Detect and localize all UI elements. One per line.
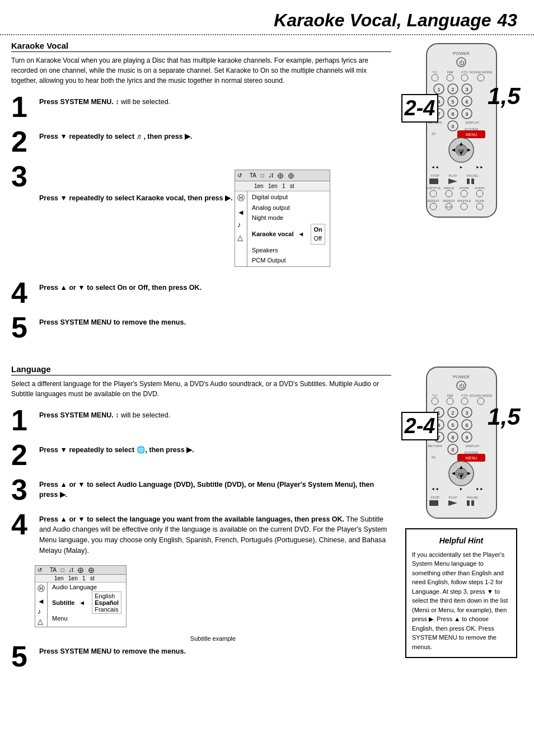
- lang-step-2: 2 Press ▼ repeatedly to select 🌐, then p…: [11, 440, 391, 469]
- language-title: Language: [11, 364, 391, 375]
- step-num-2: 2: [11, 127, 35, 156]
- svg-text:2: 2: [451, 87, 454, 92]
- svg-text:◄: ◄: [451, 470, 456, 476]
- hint-title: Helpful Hint: [412, 535, 510, 547]
- karaoke-steps: 1 Press SYSTEM MENU. ↕ will be selected.…: [11, 92, 391, 342]
- svg-text:◄: ◄: [451, 147, 456, 153]
- page-title: Karaoke Vocal, Language: [274, 10, 491, 30]
- subtitle-caption: Subtitle example: [35, 635, 391, 642]
- svg-text:FTS: FTS: [461, 394, 467, 397]
- svg-text:DISPLAY: DISPLAY: [465, 444, 479, 448]
- karaoke-step-5: 5 Press SYSTEM MENU to remove the menus.: [11, 313, 391, 342]
- svg-rect-54: [471, 179, 474, 184]
- karaoke-step-4: 4 Press ▲ or ▼ to select On or Off, then…: [11, 278, 391, 307]
- svg-text:SUBTITLE: SUBTITLE: [425, 186, 441, 190]
- lang-step-content-3: Press ▲ or ▼ to select Audio Language (D…: [39, 475, 391, 501]
- karaoke-step-2: 2 Press ▼ repeatedly to select ♬ , then …: [11, 127, 391, 156]
- svg-text:ZOOM: ZOOM: [459, 186, 469, 190]
- helpful-hint-box: Helpful Hint If you accidentally set the…: [405, 528, 517, 659]
- svg-text:◄◄: ◄◄: [431, 165, 439, 169]
- svg-rect-126: [471, 500, 474, 506]
- menu-items: Digital output Analog output Night mode …: [247, 191, 330, 266]
- karaoke-menu-table: ↺ TA □ ♩t ⨁ ⨁ 1en 1en 1 st Ⓗ: [235, 170, 330, 267]
- svg-text:PAUSE: PAUSE: [467, 496, 478, 499]
- lang-step-content-1: Press SYSTEM MENU. ↕ will be selected.: [39, 406, 170, 421]
- svg-text:◄◄: ◄◄: [431, 487, 439, 491]
- remote-wrap-1: POWER ⏻ T-C DIM FTS SOUND MODE 1 2 3: [418, 41, 505, 222]
- karaoke-title: Karaoke Vocal: [11, 41, 391, 52]
- karaoke-section: Karaoke Vocal Turn on Karaoke Vocal when…: [0, 41, 534, 348]
- karaoke-step-1: 1 Press SYSTEM MENU. ↕ will be selected.: [11, 92, 391, 121]
- page-header: Karaoke Vocal, Language 43: [0, 0, 534, 35]
- svg-text:STOP: STOP: [430, 174, 439, 177]
- svg-text:3: 3: [465, 410, 468, 416]
- lang-step-num-1: 1: [11, 406, 35, 435]
- menu-body: Ⓗ ◄ ♪ △ Digital output Analog output Nig…: [235, 191, 330, 266]
- lang-menu-wrap: ↺ TA □ ♩t ⨁ ⨁ 1en 1en 1 st Ⓗ ◄ ♪: [35, 562, 391, 642]
- svg-text:5: 5: [451, 99, 454, 105]
- remote-wrap-2: POWER ⏻ T-C DIM FTS SOUND MODE 1 2 3 4: [418, 364, 505, 523]
- lang-step-content-2: Press ▼ repeatedly to select 🌐, then pre…: [39, 440, 194, 456]
- step-content-3: Press ▼ repeatedly to select Karaoke voc…: [39, 162, 330, 273]
- step-num-5: 5: [11, 313, 35, 342]
- menu-header: ↺ TA □ ♩t ⨁ ⨁: [235, 170, 330, 181]
- karaoke-step-3: 3 Press ▼ repeatedly to select Karaoke v…: [11, 162, 391, 273]
- badge-1-5-bottom: 1,5: [488, 403, 520, 430]
- svg-text:▲: ▲: [458, 464, 464, 470]
- language-section: Language Select a different language for…: [0, 364, 534, 677]
- svg-text:DIM: DIM: [447, 71, 453, 74]
- svg-text:MENU: MENU: [465, 456, 477, 460]
- lang-step-5: 5 Press SYSTEM MENU to remove the menus.: [11, 642, 391, 671]
- svg-text:6: 6: [465, 422, 468, 428]
- karaoke-right: POWER ⏻ T-C DIM FTS SOUND MODE 1 2 3: [400, 41, 523, 348]
- lang-menu-header: ↺ TA □ ♩t ⨁ ⨁: [35, 566, 126, 575]
- svg-text:RETURN: RETURN: [428, 444, 442, 448]
- svg-text:OK: OK: [458, 148, 465, 153]
- step-content-5: Press SYSTEM MENU to remove the menus.: [39, 313, 186, 328]
- svg-rect-53: [467, 179, 470, 184]
- badge-1-5-top: 1,5: [488, 83, 520, 110]
- svg-rect-51: [429, 179, 438, 184]
- step-content-2: Press ▼ repeatedly to select ♬ , then pr…: [39, 127, 193, 142]
- svg-text:SYSTEM: SYSTEM: [464, 128, 478, 131]
- svg-text:OK: OK: [458, 472, 465, 477]
- svg-text:DIM: DIM: [447, 394, 453, 397]
- svg-text:DISPLAY: DISPLAY: [465, 121, 479, 124]
- svg-text:⏻: ⏻: [458, 60, 464, 65]
- svg-text:SOUND MODE: SOUND MODE: [469, 71, 492, 74]
- step-content-4: Press ▲ or ▼ to select On or Off, then p…: [39, 278, 202, 293]
- lang-menu-icons: Ⓗ ◄ ♪ △: [35, 583, 48, 627]
- svg-text:SHUFFLE: SHUFFLE: [457, 199, 471, 203]
- language-left: Language Select a different language for…: [11, 364, 400, 677]
- lang-step-3: 3 Press ▲ or ▼ to select Audio Language …: [11, 475, 391, 504]
- svg-text:SYSTEM: SYSTEM: [464, 451, 478, 454]
- svg-text:T-C: T-C: [432, 394, 438, 397]
- svg-text:SOUND MODE: SOUND MODE: [469, 394, 492, 397]
- karaoke-left: Karaoke Vocal Turn on Karaoke Vocal when…: [11, 41, 400, 348]
- lang-step-num-4: 4: [11, 510, 35, 539]
- language-desc: Select a different language for the Play…: [11, 379, 391, 399]
- svg-text:1: 1: [437, 87, 440, 92]
- karaoke-sub-options: On Off: [311, 224, 325, 245]
- svg-rect-123: [429, 500, 438, 506]
- svg-text:2: 2: [451, 410, 454, 416]
- svg-text:►►: ►►: [476, 165, 484, 169]
- lang-step-4: 4 Press ▲ or ▼ to select the language yo…: [11, 510, 391, 556]
- svg-text:0: 0: [451, 447, 454, 453]
- svg-text:PLAY: PLAY: [448, 174, 457, 177]
- lang-step-num-2: 2: [11, 440, 35, 469]
- svg-text:5: 5: [451, 422, 454, 428]
- lang-step-num-5: 5: [11, 642, 35, 671]
- svg-text:9: 9: [465, 435, 468, 440]
- svg-text:►►: ►►: [476, 487, 484, 491]
- step-num-4: 4: [11, 278, 35, 307]
- svg-text:SCAN: SCAN: [475, 199, 484, 203]
- badge-2-4-bottom: 2-4: [401, 412, 439, 440]
- svg-text:6: 6: [465, 99, 468, 105]
- lang-menu-table: ↺ TA □ ♩t ⨁ ⨁ 1en 1en 1 st Ⓗ ◄ ♪: [35, 565, 127, 627]
- lang-step-content-4: Press ▲ or ▼ to select the language you …: [39, 510, 391, 556]
- language-right: POWER ⏻ T-C DIM FTS SOUND MODE 1 2 3 4: [400, 364, 523, 677]
- svg-text:REPEAT: REPEAT: [443, 199, 455, 203]
- lang-step-1: 1 Press SYSTEM MENU. ↕ will be selected.: [11, 406, 391, 435]
- svg-text:▲: ▲: [458, 140, 464, 147]
